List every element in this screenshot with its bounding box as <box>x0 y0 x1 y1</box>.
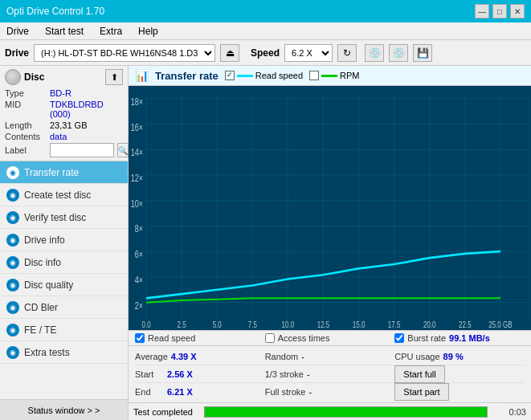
nav-menu: ◉ Transfer rate ◉ Create test disc ◉ Ver… <box>0 161 128 399</box>
sidebar: Disc ⬆ Type BD-R MID TDKBLDRBD (000) Len… <box>0 66 129 420</box>
access-times-stat-checkbox[interactable] <box>265 333 275 343</box>
nav-icon-verify: ◉ <box>6 211 19 224</box>
nav-verify-test-disc[interactable]: ◉ Verify test disc <box>0 206 128 229</box>
read-speed-stat-checkbox[interactable] <box>135 333 145 343</box>
type-value: BD-R <box>50 88 71 98</box>
burst-rate-stat-checkbox[interactable] <box>394 333 404 343</box>
svg-text:18×: 18× <box>131 96 143 108</box>
menu-help[interactable]: Help <box>135 24 161 39</box>
chart-area: 18× 16× 14× 12× 10× 8× 6× 4× 2× <box>129 86 531 330</box>
label-label: Label <box>5 145 47 155</box>
status-window-button[interactable]: Status window > > <box>0 399 128 420</box>
nav-label-disc-quality: Disc quality <box>24 279 73 291</box>
svg-text:5.0: 5.0 <box>213 320 222 329</box>
nav-extra-tests[interactable]: ◉ Extra tests <box>0 341 128 364</box>
full-stroke-label: Full stroke <box>265 387 306 397</box>
contents-value: data <box>50 132 67 141</box>
label-input[interactable] <box>50 143 114 157</box>
window-controls: — □ ✕ <box>475 4 525 18</box>
svg-text:20.0: 20.0 <box>423 320 436 329</box>
svg-text:7.5: 7.5 <box>248 320 257 329</box>
svg-text:16×: 16× <box>131 121 143 133</box>
detail-col-random: Random - <box>265 352 395 361</box>
nav-create-test-disc[interactable]: ◉ Create test disc <box>0 184 128 206</box>
burst-rate-stat-group: Burst rate 99.1 MB/s <box>394 333 525 343</box>
read-speed-checkbox[interactable] <box>225 71 235 80</box>
detail-col-full-stroke: Full stroke - <box>265 387 395 397</box>
svg-text:22.5: 22.5 <box>459 320 472 329</box>
legend-read-speed: Read speed <box>225 71 303 80</box>
drive-select[interactable]: (H:) HL-DT-ST BD-RE WH16NS48 1.D3 <box>34 44 215 62</box>
svg-text:6×: 6× <box>135 249 143 260</box>
nav-transfer-rate[interactable]: ◉ Transfer rate <box>0 161 128 184</box>
svg-text:4×: 4× <box>135 275 143 286</box>
nav-icon-fe-te: ◉ <box>6 324 19 336</box>
menu-extra[interactable]: Extra <box>96 24 125 39</box>
read-speed-stat-group: Read speed <box>135 333 265 343</box>
maximize-button[interactable]: □ <box>492 4 507 18</box>
nav-label-disc-info: Disc info <box>24 257 61 268</box>
menu-start-test[interactable]: Start test <box>42 24 87 39</box>
disc-title: Disc <box>24 71 44 83</box>
avg-label: Average <box>135 352 168 361</box>
close-button[interactable]: ✕ <box>510 4 525 18</box>
app-title: Opti Drive Control 1.70 <box>6 6 104 17</box>
svg-text:14×: 14× <box>131 147 143 158</box>
nav-label-fe-te: FE / TE <box>24 324 56 336</box>
menubar: Drive Start test Extra Help <box>0 22 531 40</box>
detail-col-end: End 6.21 X <box>135 387 265 397</box>
save-button[interactable]: 💾 <box>413 44 432 62</box>
start-full-button[interactable]: Start full <box>394 365 444 383</box>
status-text: Test completed <box>133 407 198 417</box>
eject-button[interactable]: ⏏ <box>220 44 239 62</box>
speed-select[interactable]: 6.2 X <box>284 44 333 62</box>
nav-label-drive-info: Drive info <box>24 234 65 246</box>
nav-icon-extra-tests: ◉ <box>6 346 19 359</box>
nav-label-extra-tests: Extra tests <box>24 347 70 358</box>
nav-icon-cd-bler: ◉ <box>6 301 19 314</box>
length-label: Length <box>5 120 47 130</box>
content-area: 📊 Transfer rate Read speed RPM 18× <box>129 66 531 420</box>
svg-text:2.5: 2.5 <box>178 320 186 329</box>
nav-disc-info[interactable]: ◉ Disc info <box>0 251 128 274</box>
svg-text:12.5: 12.5 <box>317 320 330 329</box>
status-time: 0:03 <box>494 407 526 417</box>
svg-text:10×: 10× <box>131 198 143 209</box>
refresh-button[interactable]: ↻ <box>337 44 357 62</box>
minimize-button[interactable]: — <box>475 4 489 18</box>
svg-text:15.0: 15.0 <box>353 320 366 329</box>
drivebar: Drive (H:) HL-DT-ST BD-RE WH16NS48 1.D3 … <box>0 40 531 66</box>
drive-label: Drive <box>5 47 29 59</box>
rpm-checkbox[interactable] <box>309 71 319 80</box>
nav-drive-info[interactable]: ◉ Drive info <box>0 229 128 251</box>
label-icon-button[interactable]: 🔍 <box>117 143 129 157</box>
disc2-icon-button[interactable]: 💿 <box>389 44 408 62</box>
start-label: Start <box>135 369 164 379</box>
nav-cd-bler[interactable]: ◉ CD Bler <box>0 296 128 319</box>
menu-drive[interactable]: Drive <box>3 24 32 39</box>
nav-disc-quality[interactable]: ◉ Disc quality <box>0 274 128 296</box>
detail-row-1: Average 4.39 X Random - CPU usage 89 % <box>135 348 525 365</box>
speed-label: Speed <box>251 47 280 59</box>
nav-fe-te[interactable]: ◉ FE / TE <box>0 319 128 341</box>
stats-bar: Read speed Access times Burst rate 99.1 … <box>129 330 531 346</box>
chart-title: Transfer rate <box>155 70 219 82</box>
svg-text:17.5: 17.5 <box>388 320 401 329</box>
length-value: 23,31 GB <box>50 120 87 130</box>
read-speed-line <box>237 75 253 77</box>
svg-text:0.0: 0.0 <box>141 320 150 329</box>
svg-text:25.0 GB: 25.0 GB <box>488 320 512 329</box>
detail-col-cpu: CPU usage 89 % <box>394 352 525 361</box>
detail-row-2: Start 2.56 X 1/3 stroke - Start full <box>135 365 525 383</box>
detail-rows: Average 4.39 X Random - CPU usage 89 % S… <box>129 346 531 402</box>
end-label: End <box>135 387 164 397</box>
disc-action-button[interactable]: ⬆ <box>105 69 123 85</box>
disc-icon-button[interactable]: 💿 <box>365 44 384 62</box>
detail-col-start-part: Start part <box>394 383 525 401</box>
access-times-stat-group: Access times <box>265 333 395 343</box>
mid-value: TDKBLDRBD (000) <box>50 100 123 119</box>
start-part-button[interactable]: Start part <box>394 383 448 401</box>
detail-col-avg: Average 4.39 X <box>135 352 265 361</box>
nav-icon-disc-info: ◉ <box>6 256 19 269</box>
contents-label: Contents <box>5 132 47 141</box>
